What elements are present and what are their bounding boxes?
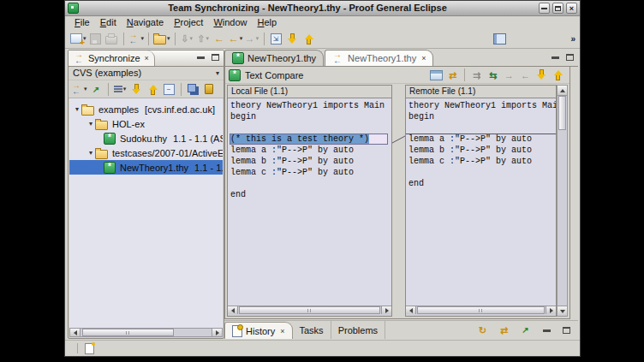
back-history-button[interactable]: ←▾ xyxy=(229,31,243,46)
remote-horizontal-scrollbar[interactable] xyxy=(406,306,556,316)
collapse-all-button[interactable]: ⇲ xyxy=(269,31,283,46)
show-ancestor-pane-button[interactable] xyxy=(429,68,444,83)
next-change-button[interactable] xyxy=(129,81,144,97)
close-button[interactable]: × xyxy=(566,3,577,14)
tab-history[interactable]: History × xyxy=(224,322,293,339)
back-button[interactable]: ← xyxy=(212,31,227,46)
open-perspective-button[interactable] xyxy=(492,31,507,46)
tree-item-examples[interactable]: ▾ examples [cvs.inf.ed.ac.uk] xyxy=(69,102,223,116)
menu-project[interactable]: Project xyxy=(169,16,208,29)
tree-item-sudoku[interactable]: Sudoku.thy 1.1 - 1.1 (ASCII xyxy=(69,131,223,145)
swap-panes-button[interactable]: ⇄ xyxy=(445,68,460,83)
checkout-button[interactable]: ▾ xyxy=(153,31,170,46)
scroll-left-button[interactable] xyxy=(228,306,238,314)
tab-newtheory1-editor[interactable]: NewTheory1.thy xyxy=(224,50,324,66)
minimize-editor-button[interactable] xyxy=(549,51,562,63)
compare-mode-button[interactable]: ⇄ xyxy=(497,323,511,338)
scrollbar-thumb[interactable] xyxy=(82,329,174,336)
expander-icon[interactable]: ▾ xyxy=(86,149,95,157)
minimize-button[interactable] xyxy=(539,3,550,14)
presentation-mode-button[interactable]: ▾ xyxy=(113,81,128,97)
refresh-button[interactable]: ↻ xyxy=(475,323,490,338)
scroll-right-button[interactable] xyxy=(546,306,556,314)
copy-all-changes-button[interactable]: ⇉ xyxy=(469,68,484,83)
commit-button[interactable]: ⇩▾ xyxy=(180,31,194,46)
minimize-view-button[interactable] xyxy=(194,51,207,63)
sync-tree[interactable]: ▾ examples [cvs.inf.ed.ac.uk] ▾ HOL-ex S… xyxy=(69,98,223,328)
tree-item-hol-ex[interactable]: ▾ HOL-ex xyxy=(69,116,223,131)
maximize-editor-button[interactable] xyxy=(564,51,576,63)
dropdown-icon[interactable]: ▾ xyxy=(141,35,145,42)
maximize-view-button[interactable] xyxy=(209,51,222,63)
tree-item-testcases[interactable]: ▾ testcases/2007-01/ActiveEditorV xyxy=(69,145,223,160)
forward-button[interactable]: →▾ xyxy=(245,31,259,46)
minimize-view-button[interactable] xyxy=(540,324,553,336)
expander-icon[interactable]: ▾ xyxy=(73,105,81,113)
link-with-editor-button[interactable]: ↗ xyxy=(518,323,533,338)
next-difference-button[interactable] xyxy=(534,68,549,83)
toolbar-overflow-chevron[interactable]: » xyxy=(570,34,575,44)
copy-right-button[interactable]: → xyxy=(502,68,516,83)
synchronize-button[interactable]: ▾ xyxy=(71,81,87,97)
remote-editor-body[interactable]: theory NewTheory1 imports Main begin lem… xyxy=(406,98,556,306)
menu-edit[interactable]: Edit xyxy=(95,16,122,29)
tab-problems[interactable]: Problems xyxy=(331,321,385,339)
expander-icon[interactable]: ▾ xyxy=(86,120,95,128)
synchronize-button[interactable]: ▾ xyxy=(128,31,145,46)
maximize-view-button[interactable] xyxy=(560,324,573,336)
menu-file[interactable]: File xyxy=(69,16,95,29)
scrollbar-thumb[interactable] xyxy=(239,306,380,314)
update-button[interactable]: ⇧▾ xyxy=(196,31,211,46)
scroll-right-button[interactable] xyxy=(381,306,391,314)
scrollbar-thumb[interactable] xyxy=(558,96,566,130)
copy-current-change-button[interactable]: ⇆ xyxy=(486,68,500,83)
dropdown-icon[interactable]: ▾ xyxy=(189,35,193,42)
configure-button[interactable] xyxy=(202,81,217,97)
chevron-down-icon[interactable]: ▾ xyxy=(216,67,219,80)
participant-header[interactable]: CVS (examples) ▾ xyxy=(69,67,224,80)
print-button[interactable] xyxy=(104,31,119,46)
previous-change-button[interactable] xyxy=(146,81,160,97)
tab-synchronize[interactable]: Synchronize × xyxy=(69,50,155,66)
close-icon[interactable]: × xyxy=(280,327,284,335)
highlighted-diff-line[interactable]: (* this is a test theory *) xyxy=(230,134,388,145)
scroll-left-button[interactable] xyxy=(406,306,416,314)
menu-window[interactable]: Window xyxy=(208,16,252,29)
menu-navigate[interactable]: Navigate xyxy=(122,16,169,29)
local-editor-body[interactable]: theory NewTheory1 imports Main begin (* … xyxy=(228,98,391,306)
tab-tasks[interactable]: Tasks xyxy=(293,321,331,339)
scroll-up-button[interactable] xyxy=(558,86,567,96)
scrollbar-track[interactable] xyxy=(80,329,212,336)
dropdown-icon[interactable]: ▾ xyxy=(123,86,127,92)
close-icon[interactable]: × xyxy=(421,54,426,62)
remote-vertical-scrollbar[interactable] xyxy=(557,85,568,317)
collapse-all-button[interactable]: − xyxy=(162,81,176,97)
scrollbar-thumb[interactable] xyxy=(417,306,545,314)
tree-horizontal-scrollbar[interactable] xyxy=(69,328,223,337)
scroll-right-button[interactable] xyxy=(212,329,222,336)
save-button[interactable] xyxy=(88,31,103,46)
dropdown-icon[interactable]: ▾ xyxy=(167,35,170,42)
tree-item-newtheory1[interactable]: NewTheory1.thy 1.1 - 1.1 (A xyxy=(69,160,223,175)
titlebar[interactable]: Team Synchronizing - NewTheory1.thy - Pr… xyxy=(65,1,580,16)
dropdown-icon[interactable]: ▾ xyxy=(84,86,87,92)
dropdown-icon[interactable]: ▾ xyxy=(256,35,259,42)
tab-newtheory1-compare[interactable]: NewTheory1.thy × xyxy=(325,50,433,66)
next-change-button[interactable] xyxy=(285,31,300,46)
previous-difference-button[interactable] xyxy=(551,68,565,83)
new-wizard-button[interactable]: ▾ xyxy=(70,31,86,46)
scrollbar-track[interactable] xyxy=(416,306,546,316)
dropdown-icon[interactable]: ▾ xyxy=(240,35,243,42)
local-horizontal-scrollbar[interactable] xyxy=(228,306,391,316)
dropdown-icon[interactable]: ▾ xyxy=(206,35,209,42)
pin-synchronization-button[interactable]: ↗ xyxy=(89,81,104,97)
menu-help[interactable]: Help xyxy=(253,16,283,29)
schedule-button[interactable] xyxy=(186,81,200,97)
previous-change-button[interactable] xyxy=(301,31,316,46)
close-icon[interactable]: × xyxy=(145,54,149,62)
scroll-down-button[interactable] xyxy=(558,306,567,316)
scroll-left-button[interactable] xyxy=(70,329,80,336)
scrollbar-track[interactable] xyxy=(238,306,381,316)
copy-left-button[interactable]: ← xyxy=(518,68,533,83)
maximize-button[interactable] xyxy=(552,3,564,14)
